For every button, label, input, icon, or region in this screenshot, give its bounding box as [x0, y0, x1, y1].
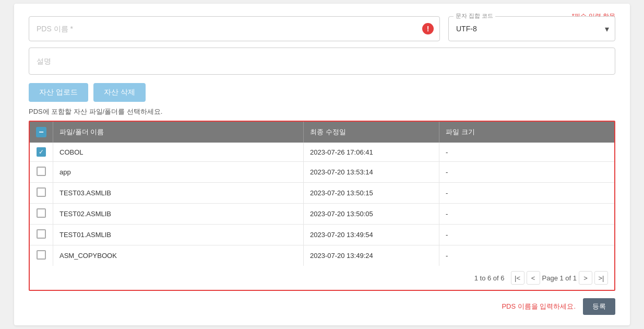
table-row: TEST02.ASMLIB2023-07-20 13:50:05- [30, 204, 614, 225]
next-page-button[interactable]: > [579, 271, 592, 285]
row-modified-date: 2023-07-20 13:50:05 [304, 204, 439, 225]
row-filesize: - [439, 204, 615, 225]
first-page-button[interactable]: |< [511, 271, 524, 285]
row-filename: TEST01.ASMLIB [53, 225, 304, 245]
page-nav: |< < Page 1 of 1 > >| [511, 271, 609, 285]
row-checkbox[interactable] [37, 208, 46, 218]
row-checkbox-cell[interactable] [30, 225, 53, 245]
row-filename: TEST03.ASMLIB [53, 183, 304, 204]
button-row: 자산 업로드 자산 삭제 [29, 83, 615, 102]
table-instruction: PDS에 포함할 자산 파일/폴더를 선택하세요. [29, 107, 615, 116]
table-row: TEST01.ASMLIB2023-07-20 13:49:54- [30, 225, 614, 245]
register-button[interactable]: 등록 [583, 298, 615, 315]
select-all-checkbox[interactable]: − [36, 127, 46, 137]
description-input[interactable] [29, 48, 615, 75]
pds-name-field: ! [29, 16, 440, 41]
row-filesize: - [439, 183, 615, 204]
row-modified-date: 2023-07-26 17:06:41 [304, 143, 439, 162]
row-filesize: - [439, 245, 615, 266]
pds-name-input[interactable] [29, 16, 440, 41]
minus-icon: − [39, 128, 43, 136]
row-checkbox-cell[interactable] [30, 183, 53, 204]
last-page-button[interactable]: >| [594, 271, 608, 285]
row-filename: ASM_COPYBOOK [53, 245, 304, 266]
row-modified-date: 2023-07-20 13:50:15 [304, 183, 439, 204]
row-filename: app [53, 162, 304, 183]
row-filesize: - [439, 225, 615, 245]
row-checkbox[interactable] [37, 167, 46, 176]
row-modified-date: 2023-07-20 13:49:24 [304, 245, 439, 266]
row-checkbox-cell[interactable] [30, 143, 53, 162]
select-all-header[interactable]: − [30, 122, 53, 143]
charset-field: 문자 집합 코드 UTF-8 EUC-KR ASCII ▾ [448, 16, 615, 41]
charset-select[interactable]: UTF-8 EUC-KR ASCII [448, 16, 615, 41]
row-modified-date: 2023-07-20 13:49:54 [304, 225, 439, 245]
top-row: ! 문자 집합 코드 UTF-8 EUC-KR ASCII ▾ [29, 16, 615, 41]
charset-label: 문자 집합 코드 [454, 12, 495, 20]
table-header-row: − 파일/폴더 이름 최종 수정일 파일 크기 [30, 122, 614, 143]
row-checkbox[interactable] [37, 229, 46, 239]
table-row: TEST03.ASMLIB2023-07-20 13:50:15- [30, 183, 614, 204]
error-message: PDS 이름을 입력하세요. [502, 302, 576, 311]
row-filesize: - [439, 162, 615, 183]
row-modified-date: 2023-07-20 13:53:14 [304, 162, 439, 183]
upload-button[interactable]: 자산 업로드 [29, 83, 88, 102]
delete-button[interactable]: 자산 삭제 [93, 83, 146, 102]
th-modified-date: 최종 수정일 [304, 122, 439, 143]
table-row: app2023-07-20 13:53:14- [30, 162, 614, 183]
row-filesize: - [439, 143, 615, 162]
row-filename: TEST02.ASMLIB [53, 204, 304, 225]
table-body: COBOL2023-07-26 17:06:41-app2023-07-20 1… [30, 143, 614, 266]
data-table: − 파일/폴더 이름 최종 수정일 파일 크기 COBOL2023-07-26 … [30, 122, 614, 266]
page-range: 1 to 6 of 6 [474, 274, 505, 282]
row-checkbox-cell[interactable] [30, 162, 53, 183]
th-filesize: 파일 크기 [439, 122, 615, 143]
table-row: ASM_COPYBOOK2023-07-20 13:49:24- [30, 245, 614, 266]
footer-row: PDS 이름을 입력하세요. 등록 [29, 298, 615, 315]
table-wrapper: − 파일/폴더 이름 최종 수정일 파일 크기 COBOL2023-07-26 … [29, 121, 615, 291]
pagination-row: 1 to 6 of 6 |< < Page 1 of 1 > >| [30, 266, 614, 290]
main-container: *필수 입력 항목 ! 문자 집합 코드 UTF-8 EUC-KR ASCII … [14, 4, 630, 325]
table-row: COBOL2023-07-26 17:06:41- [30, 143, 614, 162]
row-checkbox-cell[interactable] [30, 245, 53, 266]
required-icon: ! [422, 23, 434, 34]
row-checkbox-cell[interactable] [30, 204, 53, 225]
row-checkbox[interactable] [37, 187, 46, 197]
description-row [29, 48, 615, 75]
row-checkbox[interactable] [37, 250, 46, 260]
row-checkbox[interactable] [37, 147, 46, 157]
page-label: Page 1 of 1 [542, 274, 577, 282]
th-filename: 파일/폴더 이름 [53, 122, 304, 143]
prev-page-button[interactable]: < [527, 271, 540, 285]
row-filename: COBOL [53, 143, 304, 162]
